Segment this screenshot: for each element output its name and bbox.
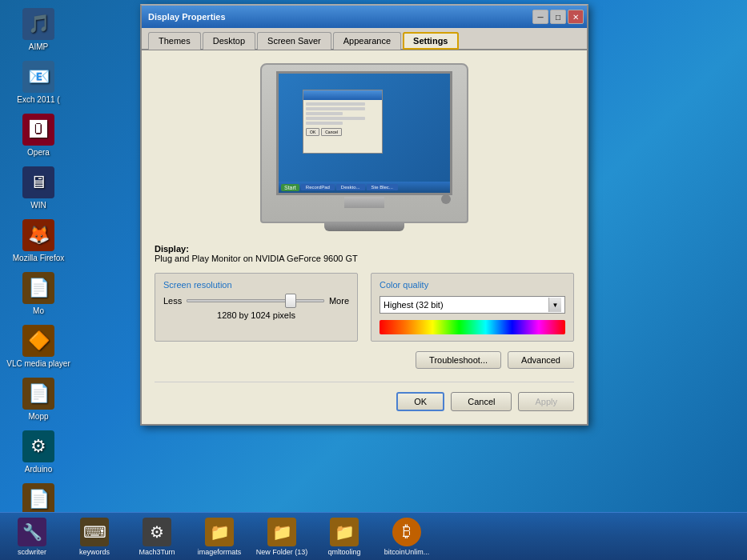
monitor-preview: Start RecordPad Deskto... Ste Blec... (155, 63, 574, 231)
action-buttons-row: Troubleshoot... Advanced (155, 351, 574, 369)
taskbar-icon-bitcoin[interactable]: ₿ bitcoinUnlim... (379, 518, 435, 556)
less-label: Less (163, 296, 182, 306)
resolution-slider-row: Less More (163, 296, 349, 306)
desktop-icon-win[interactable]: 🖥 WIN (6, 166, 70, 210)
desktop-icon-mo1[interactable]: 📄 Mo (6, 272, 70, 315)
monitor-screen-inner: Start RecordPad Deskto... Ste Blec... (279, 74, 450, 193)
advanced-button[interactable]: Advanced (508, 351, 574, 369)
dialog-title: Display Properties (145, 12, 226, 22)
desktop: 🎵 AIMP 📧 Exch 2011 ( 🅾 Opera 🖥 WIN 🦊 Moz… (0, 0, 747, 560)
tab-screensaver[interactable]: Screen Saver (257, 32, 331, 50)
color-quality-select[interactable]: Highest (32 bit) ▼ (380, 296, 565, 314)
maximize-button[interactable]: □ (550, 10, 566, 24)
cancel-button[interactable]: Cancel (451, 392, 512, 411)
tab-appearance[interactable]: Appearance (333, 32, 401, 50)
desktop-icon-arduino[interactable]: ⚙ Arduino (6, 430, 70, 474)
tab-desktop[interactable]: Desktop (203, 32, 255, 50)
more-label: More (329, 296, 349, 306)
color-panel-title: Color quality (380, 280, 565, 290)
taskbar: 🔧 scdwriter ⌨ keywords ⚙ Mach3Turn 📁 ima… (0, 512, 747, 560)
color-quality-panel: Color quality Highest (32 bit) ▼ (371, 273, 574, 342)
monitor-screen: Start RecordPad Deskto... Ste Blec... (276, 71, 452, 195)
tab-themes[interactable]: Themes (148, 32, 201, 50)
troubleshoot-button[interactable]: Troubleshoot... (416, 351, 501, 369)
taskbar-icon-scdwriter[interactable]: 🔧 scdwriter (4, 518, 60, 556)
resolution-slider-track[interactable] (187, 299, 324, 302)
taskbar-icon-imageformats[interactable]: 📁 imageformats (191, 518, 247, 556)
title-bar-buttons: ─ □ ✕ (532, 10, 584, 24)
monitor-stand (344, 197, 384, 208)
taskbar-icon-keywords[interactable]: ⌨ keywords (66, 518, 122, 556)
desktop-icon-opera[interactable]: 🅾 Opera (6, 114, 70, 157)
resolution-panel: Screen resolution Less More 1280 by 1024… (155, 273, 358, 342)
tab-bar: Themes Desktop Screen Saver Appearance S… (142, 28, 587, 50)
dialog-actions: OK Cancel Apply (155, 382, 574, 411)
title-bar: Display Properties ─ □ ✕ (142, 6, 587, 28)
close-button[interactable]: ✕ (568, 10, 584, 24)
settings-row: Screen resolution Less More 1280 by 1024… (155, 273, 574, 342)
desktop-icon-exchange[interactable]: 📧 Exch 2011 ( (6, 61, 70, 104)
resolution-panel-title: Screen resolution (163, 280, 349, 290)
resolution-slider-thumb[interactable] (285, 294, 296, 308)
minimize-button[interactable]: ─ (532, 10, 548, 24)
mini-window: OK Cancel (303, 90, 383, 154)
desktop-icon-vlc[interactable]: 🔶 VLC media player (6, 325, 70, 368)
resolution-text: 1280 by 1024 pixels (163, 310, 349, 320)
monitor-power-button (441, 194, 451, 204)
desktop-icon-mopp[interactable]: 📄 Mopp (6, 378, 70, 421)
desktop-icons-container: 🎵 AIMP 📧 Exch 2011 ( 🅾 Opera 🖥 WIN 🦊 Moz… (0, 0, 140, 560)
desktop-icon-firefox[interactable]: 🦊 Mozilla Firefox (6, 219, 70, 262)
desktop-icon-aimp[interactable]: 🎵 AIMP (6, 8, 70, 51)
display-info: Display: Plug and Play Monitor on NVIDIA… (155, 244, 574, 263)
tab-settings[interactable]: Settings (403, 32, 458, 50)
color-select-arrow[interactable]: ▼ (548, 298, 561, 312)
dialog-content: Start RecordPad Deskto... Ste Blec... (142, 50, 587, 424)
taskbar-icon-newfolder[interactable]: 📁 New Folder (13) (254, 518, 310, 556)
taskbar-icon-mach3turn[interactable]: ⚙ Mach3Turn (129, 518, 185, 556)
monitor-base (324, 223, 404, 231)
taskbar-icon-qmltooling[interactable]: 📁 qmltooling (316, 518, 372, 556)
color-quality-bar (380, 320, 565, 334)
monitor-outer: Start RecordPad Deskto... Ste Blec... (260, 63, 468, 223)
ok-button[interactable]: OK (396, 392, 444, 411)
display-properties-dialog: Display Properties ─ □ ✕ Themes Desktop … (140, 4, 588, 426)
apply-button[interactable]: Apply (518, 392, 574, 411)
